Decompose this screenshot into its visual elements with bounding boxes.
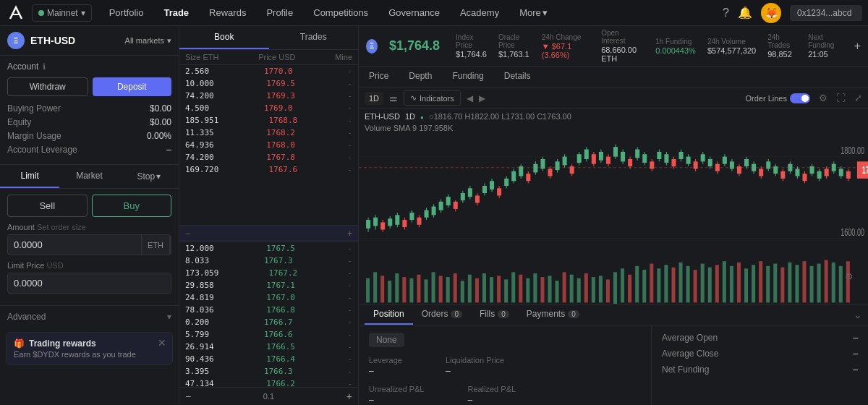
notification-icon[interactable]: 🔔 xyxy=(738,6,752,20)
book-tab[interactable]: Book xyxy=(179,26,269,49)
book-bid-row[interactable]: 78.0361766.8- xyxy=(179,304,358,316)
chart-tab-depth[interactable]: Depth xyxy=(399,67,442,87)
svg-rect-57 xyxy=(671,268,675,303)
trades-tab[interactable]: Trades xyxy=(269,26,359,49)
network-selector[interactable]: Mainnet ▾ xyxy=(32,4,92,22)
nav-trade[interactable]: Trade xyxy=(155,4,197,21)
logo[interactable] xyxy=(6,3,26,23)
svg-rect-93 xyxy=(402,220,407,227)
svg-rect-103 xyxy=(439,202,443,210)
svg-rect-72 xyxy=(780,268,784,303)
deposit-button[interactable]: Deposit xyxy=(93,77,172,96)
buying-power-row: Buying Power $0.00 xyxy=(7,103,171,114)
plus-btn[interactable]: + xyxy=(347,229,352,239)
avatar[interactable]: 🦊 xyxy=(761,3,781,23)
svg-rect-113 xyxy=(475,195,480,202)
limit-price-input[interactable] xyxy=(8,273,171,293)
nav-forward-icon[interactable]: ▶ xyxy=(479,93,485,103)
net-funding-row: Net Funding – xyxy=(662,364,858,375)
svg-rect-165 xyxy=(664,154,668,163)
amount-input[interactable] xyxy=(8,235,141,255)
book-ask-row[interactable]: 11.3351768.2- xyxy=(179,127,358,139)
svg-rect-177 xyxy=(708,159,712,166)
chart-tab-details[interactable]: Details xyxy=(494,67,541,87)
book-bid-row[interactable]: 8.0331767.3- xyxy=(179,255,358,267)
chart-tab-funding[interactable]: Funding xyxy=(442,67,493,87)
close-icon[interactable]: ✕ xyxy=(158,337,166,349)
chart-settings-bottom[interactable]: ⚙ xyxy=(845,271,854,282)
book-bid-row[interactable]: 29.8581767.1- xyxy=(179,279,358,291)
position-panel: None Leverage – Liquidation Price – Unre… xyxy=(359,325,868,405)
book-ask-row[interactable]: 74.2001767.8- xyxy=(179,151,358,163)
book-bid-row[interactable]: 3.3951766.3- xyxy=(179,365,358,378)
minus-btn[interactable]: − xyxy=(185,229,190,239)
book-bid-row[interactable]: 24.8191767.0- xyxy=(179,291,358,304)
svg-rect-19 xyxy=(395,273,399,302)
book-bid-row[interactable]: 0.2001766.7- xyxy=(179,316,358,328)
book-bid-row[interactable]: 90.4361766.4- xyxy=(179,353,358,365)
account-label: Account xyxy=(7,61,38,72)
nav-governance[interactable]: Governance xyxy=(380,4,448,21)
book-bid-row[interactable]: 12.0001767.5- xyxy=(179,242,358,255)
usd-unit-btn[interactable]: USD xyxy=(169,235,171,255)
svg-rect-117 xyxy=(490,181,494,189)
payments-tab[interactable]: Payments 0 xyxy=(518,304,588,325)
nav-portfolio[interactable]: Portfolio xyxy=(101,4,153,21)
indicators-button[interactable]: ∿ Indicators xyxy=(404,90,461,106)
advanced-row[interactable]: Advanced ▾ xyxy=(0,305,179,328)
svg-rect-68 xyxy=(752,265,755,302)
position-tab[interactable]: Position xyxy=(365,304,413,325)
expand-icon[interactable]: ⌄ xyxy=(854,309,862,320)
book-ask-row[interactable]: 4.5001769.0- xyxy=(179,102,358,114)
sell-button[interactable]: Sell xyxy=(7,195,88,217)
nav-competitions[interactable]: Competitions xyxy=(305,4,377,21)
book-ask-row[interactable]: 10.0001769.5- xyxy=(179,77,358,90)
book-ask-row[interactable]: 169.7201767.6- xyxy=(179,163,358,176)
book-ask-row[interactable]: 2.5601770.0- xyxy=(179,65,358,77)
fullscreen-icon[interactable]: ⛶ xyxy=(836,93,846,103)
account-leverage-row: Account Leverage – xyxy=(7,145,171,155)
position-left: None Leverage – Liquidation Price – Unre… xyxy=(359,325,651,405)
fills-tab[interactable]: Fills 0 xyxy=(471,304,518,325)
add-market-btn[interactable]: + xyxy=(854,40,861,53)
svg-rect-175 xyxy=(701,154,705,161)
book-ask-row[interactable]: 185.9511768.8- xyxy=(179,114,358,127)
orders-badge: 0 xyxy=(451,310,462,318)
buy-button[interactable]: Buy xyxy=(92,195,172,217)
orders-tab[interactable]: Orders 0 xyxy=(413,304,471,325)
chart-settings-icon[interactable]: ⚙ xyxy=(819,93,827,103)
book-bid-row[interactable]: 47.1341766.2- xyxy=(179,378,358,387)
svg-rect-133 xyxy=(548,169,552,176)
book-bid-row[interactable]: 5.7991766.6- xyxy=(179,328,358,341)
svg-rect-107 xyxy=(454,202,458,209)
market-header: Ξ ETH-USD All markets ▾ xyxy=(0,26,179,56)
timeframe-selector[interactable]: 1D xyxy=(365,92,383,105)
chart-tab-price[interactable]: Price xyxy=(359,67,399,87)
footer-plus[interactable]: + xyxy=(346,391,352,402)
market-tab[interactable]: Market xyxy=(59,165,119,188)
svg-rect-141 xyxy=(577,154,582,163)
nav-back-icon[interactable]: ◀ xyxy=(467,93,473,103)
svg-rect-119 xyxy=(497,188,501,195)
svg-rect-143 xyxy=(584,150,589,159)
order-lines-switch[interactable] xyxy=(790,93,810,103)
candle-type-icon[interactable]: ⚌ xyxy=(389,93,398,103)
market-selector-btn[interactable]: All markets ▾ xyxy=(125,36,171,46)
eth-unit-btn[interactable]: ETH xyxy=(141,235,169,255)
nav-profile[interactable]: Profile xyxy=(258,4,302,21)
stop-tab[interactable]: Stop ▾ xyxy=(119,165,179,188)
nav-more[interactable]: More▾ xyxy=(511,4,556,21)
wallet-address[interactable]: 0x1234...abcd xyxy=(790,5,862,21)
nav-rewards[interactable]: Rewards xyxy=(200,4,255,21)
footer-minus[interactable]: − xyxy=(185,391,191,402)
limit-tab[interactable]: Limit xyxy=(0,165,59,188)
help-icon[interactable]: ? xyxy=(723,7,729,20)
svg-rect-24 xyxy=(432,272,435,302)
book-bid-row[interactable]: 173.0591767.2- xyxy=(179,267,358,279)
book-ask-row[interactable]: 74.2001769.3- xyxy=(179,90,358,102)
book-bid-row[interactable]: 26.9141766.5- xyxy=(179,341,358,353)
chart-expand-icon[interactable]: ⤢ xyxy=(854,93,862,103)
nav-academy[interactable]: Academy xyxy=(451,4,508,21)
book-ask-row[interactable]: 64.9361768.0- xyxy=(179,139,358,151)
withdraw-button[interactable]: Withdraw xyxy=(7,77,88,96)
